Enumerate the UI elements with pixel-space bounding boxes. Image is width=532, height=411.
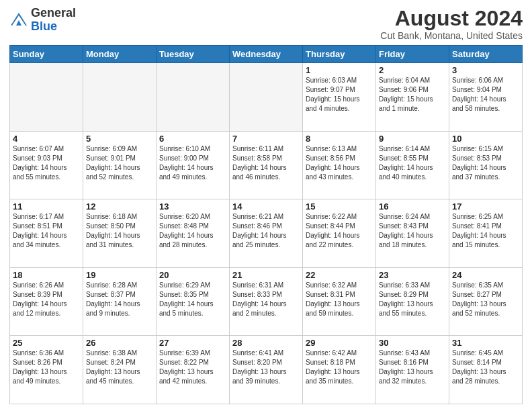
day-number: 18 [13, 270, 80, 280]
calendar-cell: 5Sunrise: 6:09 AM Sunset: 9:01 PM Daylig… [83, 131, 157, 199]
calendar-header-row: SundayMondayTuesdayWednesdayThursdayFrid… [10, 46, 523, 63]
calendar-cell: 14Sunrise: 6:21 AM Sunset: 8:46 PM Dayli… [230, 199, 303, 268]
calendar-cell: 25Sunrise: 6:36 AM Sunset: 8:26 PM Dayli… [10, 336, 83, 404]
calendar-day-header: Friday [376, 46, 449, 63]
calendar-cell: 29Sunrise: 6:42 AM Sunset: 8:18 PM Dayli… [303, 336, 376, 404]
calendar-cell: 7Sunrise: 6:11 AM Sunset: 8:58 PM Daylig… [230, 131, 303, 199]
location: Cut Bank, Montana, United States [380, 30, 523, 41]
day-info: Sunrise: 6:15 AM Sunset: 8:53 PM Dayligh… [452, 144, 519, 182]
day-info: Sunrise: 6:13 AM Sunset: 8:56 PM Dayligh… [306, 144, 373, 182]
logo: General Blue [9, 7, 76, 34]
calendar-cell: 20Sunrise: 6:29 AM Sunset: 8:35 PM Dayli… [157, 267, 230, 336]
day-info: Sunrise: 6:31 AM Sunset: 8:33 PM Dayligh… [232, 281, 300, 318]
calendar-day-header: Monday [83, 46, 157, 63]
day-number: 30 [379, 338, 446, 348]
day-info: Sunrise: 6:11 AM Sunset: 8:58 PM Dayligh… [232, 144, 300, 182]
calendar-week-row: 18Sunrise: 6:26 AM Sunset: 8:39 PM Dayli… [10, 267, 523, 336]
calendar-cell: 10Sunrise: 6:15 AM Sunset: 8:53 PM Dayli… [449, 131, 523, 199]
day-number: 26 [86, 338, 153, 348]
calendar-cell: 24Sunrise: 6:35 AM Sunset: 8:27 PM Dayli… [449, 267, 523, 336]
calendar-cell: 30Sunrise: 6:43 AM Sunset: 8:16 PM Dayli… [376, 336, 449, 404]
day-info: Sunrise: 6:42 AM Sunset: 8:18 PM Dayligh… [306, 349, 373, 386]
calendar-day-header: Thursday [303, 46, 376, 63]
calendar-week-row: 11Sunrise: 6:17 AM Sunset: 8:51 PM Dayli… [10, 199, 523, 268]
calendar-cell: 31Sunrise: 6:45 AM Sunset: 8:14 PM Dayli… [449, 336, 523, 404]
day-number: 17 [452, 201, 519, 212]
calendar-cell [83, 63, 157, 132]
day-info: Sunrise: 6:17 AM Sunset: 8:51 PM Dayligh… [13, 212, 80, 250]
calendar-cell: 6Sunrise: 6:10 AM Sunset: 9:00 PM Daylig… [157, 131, 230, 199]
day-info: Sunrise: 6:29 AM Sunset: 8:35 PM Dayligh… [159, 281, 226, 318]
day-info: Sunrise: 6:24 AM Sunset: 8:43 PM Dayligh… [379, 212, 446, 250]
day-info: Sunrise: 6:06 AM Sunset: 9:04 PM Dayligh… [452, 76, 519, 113]
day-info: Sunrise: 6:39 AM Sunset: 8:22 PM Dayligh… [159, 349, 226, 386]
day-number: 22 [306, 270, 373, 280]
day-number: 16 [379, 201, 446, 212]
calendar-week-row: 4Sunrise: 6:07 AM Sunset: 9:03 PM Daylig… [10, 131, 523, 199]
logo-text: General Blue [31, 7, 76, 34]
calendar-week-row: 25Sunrise: 6:36 AM Sunset: 8:26 PM Dayli… [10, 336, 523, 404]
day-info: Sunrise: 6:10 AM Sunset: 9:00 PM Dayligh… [159, 144, 226, 182]
day-info: Sunrise: 6:28 AM Sunset: 8:37 PM Dayligh… [86, 281, 153, 318]
day-info: Sunrise: 6:09 AM Sunset: 9:01 PM Dayligh… [86, 144, 153, 182]
day-number: 8 [306, 134, 373, 144]
day-number: 28 [232, 338, 300, 348]
calendar-cell: 16Sunrise: 6:24 AM Sunset: 8:43 PM Dayli… [376, 199, 449, 268]
day-number: 15 [306, 201, 373, 212]
calendar-cell: 21Sunrise: 6:31 AM Sunset: 8:33 PM Dayli… [230, 267, 303, 336]
day-info: Sunrise: 6:32 AM Sunset: 8:31 PM Dayligh… [306, 281, 373, 318]
day-number: 27 [159, 338, 226, 348]
day-number: 3 [452, 65, 519, 75]
day-info: Sunrise: 6:36 AM Sunset: 8:26 PM Dayligh… [13, 349, 80, 386]
logo-icon [9, 11, 28, 30]
calendar-cell: 2Sunrise: 6:04 AM Sunset: 9:06 PM Daylig… [376, 63, 449, 132]
calendar-cell: 12Sunrise: 6:18 AM Sunset: 8:50 PM Dayli… [83, 199, 157, 268]
logo-general: General [31, 7, 76, 20]
calendar-cell: 1Sunrise: 6:03 AM Sunset: 9:07 PM Daylig… [303, 63, 376, 132]
title-area: August 2024 Cut Bank, Montana, United St… [380, 7, 523, 41]
calendar-day-header: Wednesday [230, 46, 303, 63]
header: General Blue August 2024 Cut Bank, Monta… [9, 7, 523, 41]
day-number: 20 [159, 270, 226, 280]
day-number: 5 [86, 134, 153, 144]
calendar-cell: 18Sunrise: 6:26 AM Sunset: 8:39 PM Dayli… [10, 267, 83, 336]
calendar-day-header: Saturday [449, 46, 523, 63]
day-info: Sunrise: 6:14 AM Sunset: 8:55 PM Dayligh… [379, 144, 446, 182]
calendar-day-header: Sunday [10, 46, 83, 63]
day-info: Sunrise: 6:03 AM Sunset: 9:07 PM Dayligh… [306, 76, 373, 113]
calendar-cell: 28Sunrise: 6:41 AM Sunset: 8:20 PM Dayli… [230, 336, 303, 404]
calendar-week-row: 1Sunrise: 6:03 AM Sunset: 9:07 PM Daylig… [10, 63, 523, 132]
day-info: Sunrise: 6:25 AM Sunset: 8:41 PM Dayligh… [452, 212, 519, 250]
day-info: Sunrise: 6:20 AM Sunset: 8:48 PM Dayligh… [159, 212, 226, 250]
calendar-cell: 27Sunrise: 6:39 AM Sunset: 8:22 PM Dayli… [157, 336, 230, 404]
day-number: 1 [306, 65, 373, 75]
month-year: August 2024 [380, 7, 523, 30]
calendar-cell [157, 63, 230, 132]
calendar-table: SundayMondayTuesdayWednesdayThursdayFrid… [9, 45, 523, 404]
day-number: 11 [13, 201, 80, 212]
day-number: 21 [232, 270, 300, 280]
day-number: 25 [13, 338, 80, 348]
day-info: Sunrise: 6:41 AM Sunset: 8:20 PM Dayligh… [232, 349, 300, 386]
calendar-cell: 22Sunrise: 6:32 AM Sunset: 8:31 PM Dayli… [303, 267, 376, 336]
day-number: 2 [379, 65, 446, 75]
day-info: Sunrise: 6:07 AM Sunset: 9:03 PM Dayligh… [13, 144, 80, 182]
day-info: Sunrise: 6:21 AM Sunset: 8:46 PM Dayligh… [232, 212, 300, 250]
day-number: 10 [452, 134, 519, 144]
calendar-cell [230, 63, 303, 132]
calendar-cell: 3Sunrise: 6:06 AM Sunset: 9:04 PM Daylig… [449, 63, 523, 132]
calendar-day-header: Tuesday [157, 46, 230, 63]
day-number: 6 [159, 134, 226, 144]
day-info: Sunrise: 6:35 AM Sunset: 8:27 PM Dayligh… [452, 281, 519, 318]
day-number: 31 [452, 338, 519, 348]
day-number: 19 [86, 270, 153, 280]
day-info: Sunrise: 6:38 AM Sunset: 8:24 PM Dayligh… [86, 349, 153, 386]
calendar-cell: 13Sunrise: 6:20 AM Sunset: 8:48 PM Dayli… [157, 199, 230, 268]
day-info: Sunrise: 6:26 AM Sunset: 8:39 PM Dayligh… [13, 281, 80, 318]
calendar-cell: 26Sunrise: 6:38 AM Sunset: 8:24 PM Dayli… [83, 336, 157, 404]
calendar-cell: 17Sunrise: 6:25 AM Sunset: 8:41 PM Dayli… [449, 199, 523, 268]
calendar-cell: 15Sunrise: 6:22 AM Sunset: 8:44 PM Dayli… [303, 199, 376, 268]
day-info: Sunrise: 6:22 AM Sunset: 8:44 PM Dayligh… [306, 212, 373, 250]
calendar-cell: 19Sunrise: 6:28 AM Sunset: 8:37 PM Dayli… [83, 267, 157, 336]
calendar-cell: 4Sunrise: 6:07 AM Sunset: 9:03 PM Daylig… [10, 131, 83, 199]
